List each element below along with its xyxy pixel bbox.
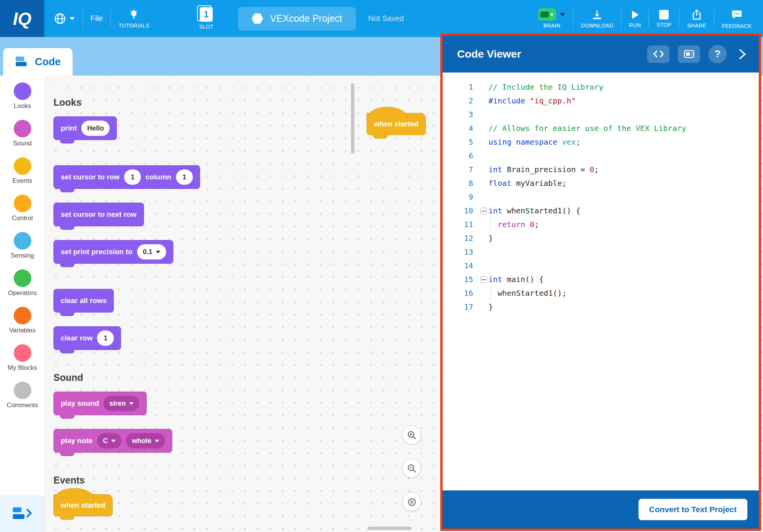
stop-icon bbox=[659, 10, 669, 20]
canvas-horizontal-scrollbar[interactable] bbox=[367, 527, 412, 530]
share-button[interactable]: SHARE bbox=[679, 9, 714, 29]
category-label: Control bbox=[12, 214, 33, 222]
category-color-dot bbox=[14, 195, 31, 212]
tutorials-button[interactable]: TUTORIALS bbox=[118, 9, 149, 29]
convert-to-text-button[interactable]: Convert to Text Project bbox=[639, 499, 747, 520]
zoom-out-button[interactable] bbox=[402, 459, 421, 478]
fold-toggle[interactable] bbox=[480, 276, 487, 283]
block-input[interactable]: 1 bbox=[124, 169, 141, 185]
sidebar-item-sound[interactable]: Sound bbox=[0, 120, 45, 147]
palette-block[interactable]: clear row1 bbox=[53, 326, 121, 350]
caret-down-icon bbox=[155, 440, 159, 442]
sidebar-item-looks[interactable]: Looks bbox=[0, 82, 45, 110]
category-color-dot bbox=[14, 307, 31, 324]
block-label: when started bbox=[61, 501, 105, 509]
fold-gutter bbox=[478, 218, 488, 231]
app-logo[interactable]: IQ bbox=[0, 0, 44, 37]
top-toolbar: IQ File TUTORIALS 1 SLOT VEXcode Project… bbox=[0, 0, 763, 37]
code-line: 17} bbox=[450, 300, 759, 314]
palette-block[interactable]: set cursor to next row bbox=[53, 203, 144, 226]
feedback-icon bbox=[731, 8, 743, 21]
toolbar-divider bbox=[82, 9, 83, 29]
tab-code[interactable]: Code bbox=[3, 48, 73, 76]
feedback-button[interactable]: FEEDBACK bbox=[714, 8, 759, 29]
code-line: 12} bbox=[450, 231, 759, 245]
sidebar-item-my-blocks[interactable]: My Blocks bbox=[0, 344, 45, 372]
app-logo-text: IQ bbox=[13, 8, 32, 29]
category-color-dot bbox=[14, 120, 31, 137]
palette-section-title: Events bbox=[53, 475, 298, 486]
download-button[interactable]: DOWNLOAD bbox=[573, 9, 621, 29]
code-line: 10int whenStarted1() { bbox=[450, 204, 759, 218]
sidebar-item-variables[interactable]: Variables bbox=[0, 307, 45, 334]
palette-block[interactable]: set print precision to0.1 bbox=[53, 240, 173, 264]
code-line: 2#include "iq_cpp.h" bbox=[450, 94, 759, 108]
canvas-when-started-block[interactable]: when started bbox=[367, 113, 426, 135]
toolbar-right-group: BRAIN DOWNLOAD RUN STOP SHARE FEEDBACK bbox=[531, 8, 763, 29]
code-text: return 0; bbox=[488, 218, 539, 231]
code-text: whenStarted1(); bbox=[488, 286, 567, 300]
fold-toggle[interactable] bbox=[480, 208, 487, 214]
code-line: 5using namespace vex; bbox=[450, 135, 759, 149]
code-viewer-header: Code Viewer ? bbox=[443, 35, 759, 73]
palette-block[interactable]: set cursor to row1column1 bbox=[53, 165, 200, 189]
code-line: 4// Allows for easier use of the VEX Lib… bbox=[450, 121, 759, 135]
run-button[interactable]: RUN bbox=[621, 9, 648, 28]
slot-button[interactable]: 1 SLOT bbox=[199, 7, 213, 30]
stop-button[interactable]: STOP bbox=[649, 10, 679, 28]
fold-gutter bbox=[478, 149, 488, 163]
collapse-palette-button[interactable] bbox=[0, 495, 45, 532]
block-dropdown[interactable]: C bbox=[97, 433, 121, 448]
category-label: My Blocks bbox=[8, 364, 37, 372]
category-list: LooksSoundEventsControlSensingOperatorsV… bbox=[0, 82, 45, 409]
palette-block[interactable]: play noteCwhole bbox=[53, 429, 172, 453]
code-language-button[interactable] bbox=[647, 45, 669, 63]
code-editor[interactable]: 1// Include the IQ Library2#include "iq_… bbox=[443, 73, 759, 490]
download-label: DOWNLOAD bbox=[581, 23, 613, 29]
block-input[interactable]: 1 bbox=[176, 169, 193, 185]
block-label: set cursor to next row bbox=[61, 210, 137, 219]
globe-icon bbox=[53, 12, 66, 25]
category-label: Events bbox=[13, 177, 32, 185]
block-dropdown[interactable]: whole bbox=[126, 433, 165, 448]
palette-block[interactable]: when started bbox=[53, 494, 113, 516]
zoom-in-button[interactable] bbox=[402, 426, 421, 445]
language-menu[interactable] bbox=[53, 12, 75, 25]
block-input[interactable]: 1 bbox=[97, 330, 114, 346]
block-label: play note bbox=[61, 437, 92, 445]
palette-block[interactable]: play soundsiren bbox=[53, 392, 147, 415]
code-line: 11 return 0; bbox=[450, 218, 759, 231]
slot-label: SLOT bbox=[199, 24, 213, 30]
brain-button[interactable]: BRAIN bbox=[531, 8, 573, 29]
code-line: 3 bbox=[450, 108, 759, 121]
category-color-dot bbox=[14, 344, 31, 362]
zoom-reset-button[interactable] bbox=[402, 492, 421, 511]
block-input[interactable]: Hello bbox=[81, 121, 110, 136]
hexagon-icon bbox=[252, 13, 263, 24]
slot-number: 1 bbox=[204, 10, 209, 20]
palette-block[interactable]: clear all rows bbox=[53, 289, 114, 313]
code-text: using namespace vex; bbox=[488, 135, 580, 149]
collapse-panel-button[interactable] bbox=[735, 47, 749, 61]
sidebar-item-comments[interactable]: Comments bbox=[0, 382, 45, 409]
block-dropdown[interactable]: 0.1 bbox=[137, 244, 166, 260]
project-title-pill[interactable]: VEXcode Project bbox=[238, 7, 356, 31]
sidebar-item-events[interactable]: Events bbox=[0, 157, 45, 185]
line-number: 4 bbox=[450, 121, 478, 135]
code-line: 13 bbox=[450, 245, 759, 259]
file-menu[interactable]: File bbox=[91, 14, 103, 23]
help-button[interactable]: ? bbox=[708, 45, 727, 63]
share-label: SHARE bbox=[687, 23, 706, 29]
palette-block[interactable]: printHello bbox=[53, 116, 117, 140]
palette-scrollbar[interactable] bbox=[351, 83, 354, 154]
brain-view-button[interactable] bbox=[678, 45, 700, 63]
sidebar-item-sensing[interactable]: Sensing bbox=[0, 232, 45, 260]
code-viewer-footer: Convert to Text Project bbox=[443, 490, 759, 529]
line-number: 10 bbox=[450, 204, 478, 218]
line-number: 6 bbox=[450, 149, 478, 163]
sidebar-item-control[interactable]: Control bbox=[0, 195, 45, 222]
code-viewer-title: Code Viewer bbox=[457, 48, 521, 60]
sidebar-item-operators[interactable]: Operators bbox=[0, 269, 45, 297]
zoom-reset-icon bbox=[407, 497, 417, 507]
block-dropdown[interactable]: siren bbox=[103, 396, 139, 411]
